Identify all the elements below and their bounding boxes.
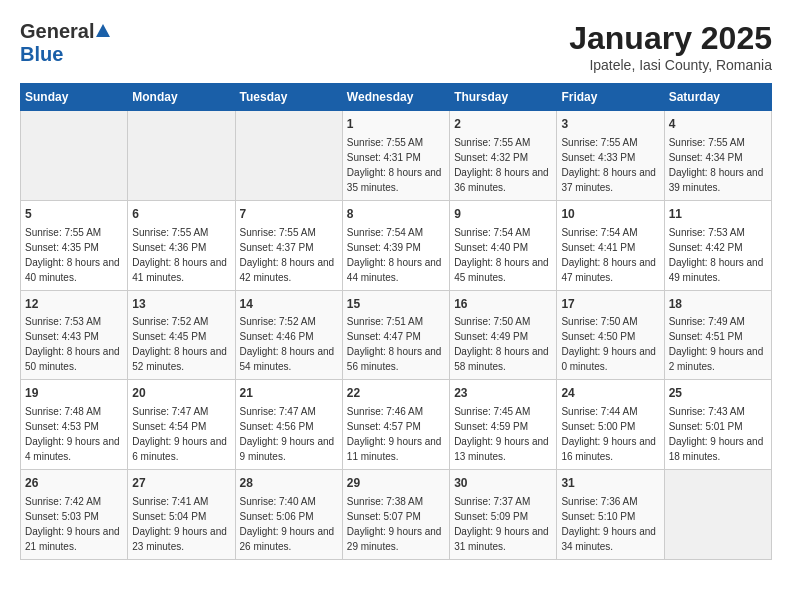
day-number: 18: [669, 296, 767, 313]
day-number: 25: [669, 385, 767, 402]
day-number: 14: [240, 296, 338, 313]
page-header: General Blue January 2025 Ipatele, Iasi …: [20, 20, 772, 73]
day-number: 20: [132, 385, 230, 402]
weekday-header-friday: Friday: [557, 84, 664, 111]
calendar-day-cell: 5Sunrise: 7:55 AM Sunset: 4:35 PM Daylig…: [21, 200, 128, 290]
day-detail: Sunrise: 7:55 AM Sunset: 4:32 PM Dayligh…: [454, 137, 549, 193]
weekday-row: SundayMondayTuesdayWednesdayThursdayFrid…: [21, 84, 772, 111]
calendar-day-cell: 20Sunrise: 7:47 AM Sunset: 4:54 PM Dayli…: [128, 380, 235, 470]
day-detail: Sunrise: 7:46 AM Sunset: 4:57 PM Dayligh…: [347, 406, 442, 462]
day-detail: Sunrise: 7:45 AM Sunset: 4:59 PM Dayligh…: [454, 406, 549, 462]
day-detail: Sunrise: 7:54 AM Sunset: 4:39 PM Dayligh…: [347, 227, 442, 283]
day-detail: Sunrise: 7:38 AM Sunset: 5:07 PM Dayligh…: [347, 496, 442, 552]
calendar-day-cell: 10Sunrise: 7:54 AM Sunset: 4:41 PM Dayli…: [557, 200, 664, 290]
day-number: 28: [240, 475, 338, 492]
day-detail: Sunrise: 7:54 AM Sunset: 4:40 PM Dayligh…: [454, 227, 549, 283]
day-detail: Sunrise: 7:50 AM Sunset: 4:49 PM Dayligh…: [454, 316, 549, 372]
calendar-day-cell: 2Sunrise: 7:55 AM Sunset: 4:32 PM Daylig…: [450, 111, 557, 201]
day-number: 1: [347, 116, 445, 133]
day-detail: Sunrise: 7:40 AM Sunset: 5:06 PM Dayligh…: [240, 496, 335, 552]
logo: General Blue: [20, 20, 111, 66]
day-number: 16: [454, 296, 552, 313]
day-detail: Sunrise: 7:48 AM Sunset: 4:53 PM Dayligh…: [25, 406, 120, 462]
calendar-day-cell: 1Sunrise: 7:55 AM Sunset: 4:31 PM Daylig…: [342, 111, 449, 201]
calendar-day-cell: 23Sunrise: 7:45 AM Sunset: 4:59 PM Dayli…: [450, 380, 557, 470]
day-detail: Sunrise: 7:55 AM Sunset: 4:35 PM Dayligh…: [25, 227, 120, 283]
day-detail: Sunrise: 7:55 AM Sunset: 4:33 PM Dayligh…: [561, 137, 656, 193]
calendar-day-cell: 26Sunrise: 7:42 AM Sunset: 5:03 PM Dayli…: [21, 470, 128, 560]
calendar-day-cell: 16Sunrise: 7:50 AM Sunset: 4:49 PM Dayli…: [450, 290, 557, 380]
day-number: 2: [454, 116, 552, 133]
day-number: 19: [25, 385, 123, 402]
calendar-day-cell: 14Sunrise: 7:52 AM Sunset: 4:46 PM Dayli…: [235, 290, 342, 380]
calendar-week-4: 19Sunrise: 7:48 AM Sunset: 4:53 PM Dayli…: [21, 380, 772, 470]
weekday-header-thursday: Thursday: [450, 84, 557, 111]
day-detail: Sunrise: 7:55 AM Sunset: 4:36 PM Dayligh…: [132, 227, 227, 283]
calendar-day-cell: 4Sunrise: 7:55 AM Sunset: 4:34 PM Daylig…: [664, 111, 771, 201]
calendar-day-cell: 7Sunrise: 7:55 AM Sunset: 4:37 PM Daylig…: [235, 200, 342, 290]
calendar-day-cell: 28Sunrise: 7:40 AM Sunset: 5:06 PM Dayli…: [235, 470, 342, 560]
day-number: 7: [240, 206, 338, 223]
calendar-day-cell: 25Sunrise: 7:43 AM Sunset: 5:01 PM Dayli…: [664, 380, 771, 470]
day-number: 31: [561, 475, 659, 492]
day-detail: Sunrise: 7:50 AM Sunset: 4:50 PM Dayligh…: [561, 316, 656, 372]
calendar-day-cell: [664, 470, 771, 560]
day-number: 23: [454, 385, 552, 402]
day-detail: Sunrise: 7:44 AM Sunset: 5:00 PM Dayligh…: [561, 406, 656, 462]
day-number: 11: [669, 206, 767, 223]
day-number: 30: [454, 475, 552, 492]
calendar-day-cell: 21Sunrise: 7:47 AM Sunset: 4:56 PM Dayli…: [235, 380, 342, 470]
weekday-header-monday: Monday: [128, 84, 235, 111]
weekday-header-sunday: Sunday: [21, 84, 128, 111]
calendar-table: SundayMondayTuesdayWednesdayThursdayFrid…: [20, 83, 772, 560]
day-number: 15: [347, 296, 445, 313]
day-detail: Sunrise: 7:51 AM Sunset: 4:47 PM Dayligh…: [347, 316, 442, 372]
calendar-week-1: 1Sunrise: 7:55 AM Sunset: 4:31 PM Daylig…: [21, 111, 772, 201]
calendar-day-cell: 12Sunrise: 7:53 AM Sunset: 4:43 PM Dayli…: [21, 290, 128, 380]
calendar-day-cell: 8Sunrise: 7:54 AM Sunset: 4:39 PM Daylig…: [342, 200, 449, 290]
day-detail: Sunrise: 7:55 AM Sunset: 4:31 PM Dayligh…: [347, 137, 442, 193]
calendar-day-cell: 15Sunrise: 7:51 AM Sunset: 4:47 PM Dayli…: [342, 290, 449, 380]
svg-marker-0: [96, 24, 110, 37]
day-number: 3: [561, 116, 659, 133]
day-number: 27: [132, 475, 230, 492]
calendar-day-cell: 30Sunrise: 7:37 AM Sunset: 5:09 PM Dayli…: [450, 470, 557, 560]
calendar-day-cell: 11Sunrise: 7:53 AM Sunset: 4:42 PM Dayli…: [664, 200, 771, 290]
calendar-day-cell: 19Sunrise: 7:48 AM Sunset: 4:53 PM Dayli…: [21, 380, 128, 470]
logo-triangle-icon: [95, 23, 111, 39]
calendar-day-cell: 18Sunrise: 7:49 AM Sunset: 4:51 PM Dayli…: [664, 290, 771, 380]
calendar-day-cell: 9Sunrise: 7:54 AM Sunset: 4:40 PM Daylig…: [450, 200, 557, 290]
day-detail: Sunrise: 7:47 AM Sunset: 4:56 PM Dayligh…: [240, 406, 335, 462]
day-detail: Sunrise: 7:54 AM Sunset: 4:41 PM Dayligh…: [561, 227, 656, 283]
day-number: 26: [25, 475, 123, 492]
calendar-header: SundayMondayTuesdayWednesdayThursdayFrid…: [21, 84, 772, 111]
calendar-day-cell: 31Sunrise: 7:36 AM Sunset: 5:10 PM Dayli…: [557, 470, 664, 560]
day-detail: Sunrise: 7:55 AM Sunset: 4:37 PM Dayligh…: [240, 227, 335, 283]
calendar-week-2: 5Sunrise: 7:55 AM Sunset: 4:35 PM Daylig…: [21, 200, 772, 290]
calendar-day-cell: 24Sunrise: 7:44 AM Sunset: 5:00 PM Dayli…: [557, 380, 664, 470]
day-number: 6: [132, 206, 230, 223]
page-title: January 2025: [569, 20, 772, 57]
calendar-week-3: 12Sunrise: 7:53 AM Sunset: 4:43 PM Dayli…: [21, 290, 772, 380]
weekday-header-tuesday: Tuesday: [235, 84, 342, 111]
day-number: 12: [25, 296, 123, 313]
day-number: 8: [347, 206, 445, 223]
day-detail: Sunrise: 7:47 AM Sunset: 4:54 PM Dayligh…: [132, 406, 227, 462]
calendar-body: 1Sunrise: 7:55 AM Sunset: 4:31 PM Daylig…: [21, 111, 772, 560]
day-detail: Sunrise: 7:53 AM Sunset: 4:42 PM Dayligh…: [669, 227, 764, 283]
weekday-header-wednesday: Wednesday: [342, 84, 449, 111]
calendar-day-cell: [21, 111, 128, 201]
day-number: 4: [669, 116, 767, 133]
day-number: 9: [454, 206, 552, 223]
logo-general: General: [20, 20, 94, 43]
day-number: 5: [25, 206, 123, 223]
weekday-header-saturday: Saturday: [664, 84, 771, 111]
calendar-day-cell: 27Sunrise: 7:41 AM Sunset: 5:04 PM Dayli…: [128, 470, 235, 560]
day-detail: Sunrise: 7:53 AM Sunset: 4:43 PM Dayligh…: [25, 316, 120, 372]
day-detail: Sunrise: 7:42 AM Sunset: 5:03 PM Dayligh…: [25, 496, 120, 552]
day-number: 24: [561, 385, 659, 402]
day-detail: Sunrise: 7:52 AM Sunset: 4:46 PM Dayligh…: [240, 316, 335, 372]
day-number: 10: [561, 206, 659, 223]
day-detail: Sunrise: 7:43 AM Sunset: 5:01 PM Dayligh…: [669, 406, 764, 462]
day-number: 13: [132, 296, 230, 313]
